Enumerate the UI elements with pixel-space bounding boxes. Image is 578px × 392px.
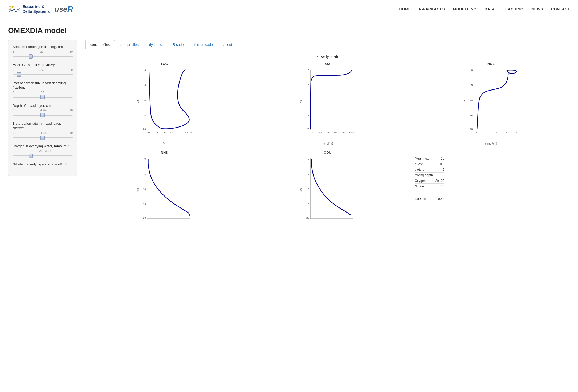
sidebar: Sediment depth (for plotting), cm 5 20 5…: [8, 40, 77, 176]
slider-val-carbon: 9.999: [38, 68, 44, 71]
chart-toc-xlabel: %: [163, 142, 166, 145]
slider-knob-bioturb[interactable]: [40, 136, 45, 140]
slider-carbon-flux[interactable]: [13, 72, 73, 77]
control-label-mixed-layer: Depth of mixed layer, cm:: [13, 104, 73, 108]
logo-icon: NIOZ: [8, 3, 21, 15]
info-row-nitrate: Nitrate 30: [415, 184, 445, 189]
svg-text:0: 0: [144, 68, 146, 71]
svg-text:150: 150: [334, 131, 338, 134]
charts-row1: TOC 0 5 10 15 20 cm 0.6 0.8 1.0: [85, 62, 570, 145]
tab-rate-profiles[interactable]: rate profiles: [115, 40, 144, 49]
control-label-bioturbation: Bioturbation rate in mixed layer, cm2/yr…: [13, 121, 73, 130]
chart-odu-title: ODU: [324, 150, 332, 154]
slider-max-carbon: 100: [68, 68, 73, 71]
nav-contact[interactable]: CONTACT: [551, 7, 570, 11]
slider-min-oxygen: 0.01: [13, 150, 18, 153]
page-title: OMEXDIA model: [8, 26, 570, 35]
slider-val-oxygen: 299.51168: [39, 150, 51, 153]
svg-text:20: 20: [470, 128, 473, 130]
slider-knob-oxygen[interactable]: [29, 154, 33, 158]
slider-oxygen[interactable]: [13, 153, 73, 158]
info-value-nitrate: 30: [435, 184, 445, 189]
svg-text:cm: cm: [299, 188, 302, 192]
svg-text:0: 0: [144, 157, 146, 160]
svg-text:15: 15: [143, 203, 146, 206]
info-label-meanflux: MeanFlux: [415, 156, 435, 161]
chart-section-title: Steady-state: [85, 54, 570, 59]
svg-text:10: 10: [306, 99, 309, 102]
partoxic-section: partOxic 0.53: [415, 195, 445, 201]
svg-text:5: 5: [144, 84, 146, 87]
tab-r-code[interactable]: R code: [168, 40, 189, 49]
svg-text:5: 5: [471, 84, 473, 87]
svg-text:200: 200: [341, 131, 345, 134]
svg-text:cm: cm: [463, 100, 466, 103]
slider-carbon-fraction[interactable]: [13, 95, 73, 100]
chart-odu: ODU 0 5 10 15 20 cm: [249, 150, 406, 230]
slider-mixed-layer[interactable]: [13, 112, 73, 118]
slider-val-mixed: 4.995: [40, 109, 47, 112]
nav-data[interactable]: DATA: [485, 7, 495, 11]
svg-text:50: 50: [319, 131, 322, 134]
info-label-nitrate: Nitrate: [415, 184, 435, 189]
info-value-oxygen: 3e+02: [435, 178, 445, 184]
slider-bioturbation[interactable]: [13, 135, 73, 140]
nav-news[interactable]: NEWS: [531, 7, 543, 11]
slider-min-carbon: 0: [13, 68, 14, 71]
chart-o2-svg: 0 5 10 15 20 cm 0 50 100 150 200 250 300: [249, 67, 406, 141]
slider-min-sediment: 5: [13, 50, 14, 53]
control-bioturbation: Bioturbation rate in mixed layer, cm2/yr…: [13, 121, 73, 140]
svg-text:cm: cm: [136, 100, 139, 103]
logo-text: Estuarine & Delta Systems: [22, 4, 50, 14]
charts-row2: NH3 0 5 10 15 20 cm ODU: [85, 150, 570, 230]
slider-knob-mixed[interactable]: [40, 113, 45, 117]
slider-knob-fraction[interactable]: [40, 95, 45, 99]
chart-odu-svg: 0 5 10 15 20 cm: [249, 156, 406, 230]
chart-nh3-svg: 0 5 10 15 20 cm: [85, 156, 243, 230]
info-table: MeanFlux 10 pFast 0.5 bioturb 5: [412, 153, 447, 203]
svg-text:1.0: 1.0: [162, 131, 166, 134]
svg-text:20: 20: [143, 216, 146, 219]
nav-home[interactable]: HOME: [399, 7, 411, 11]
tab-about[interactable]: about: [218, 40, 237, 49]
info-panel: MeanFlux 10 pFast 0.5 bioturb 5: [412, 150, 570, 230]
info-row-pfast: pFast 0.5: [415, 161, 445, 167]
svg-text:20: 20: [143, 128, 146, 130]
tab-fortran-code[interactable]: fortran code: [189, 40, 218, 49]
slider-max-mixed: 10: [70, 109, 73, 112]
svg-text:1.8: 1.8: [189, 131, 192, 134]
slider-sediment-depth[interactable]: [13, 54, 73, 59]
tab-conc-profiles[interactable]: conc profiles: [85, 40, 115, 49]
nav-modelling[interactable]: MODELLING: [453, 7, 477, 11]
control-label-nitrate: Nitrate in overlying water, mmol/m3:: [13, 162, 73, 167]
nav-teaching[interactable]: TEACHING: [503, 7, 523, 11]
logo-r: useR!: [55, 5, 75, 14]
svg-text:0: 0: [476, 131, 477, 134]
logo-line1: Estuarine &: [22, 4, 50, 9]
svg-text:cm: cm: [299, 100, 302, 103]
svg-text:0: 0: [308, 157, 310, 160]
logo-area: NIOZ Estuarine & Delta Systems useR!: [8, 3, 75, 15]
svg-text:5: 5: [308, 84, 309, 87]
chart-toc-svg: 0 5 10 15 20 cm 0.6 0.8 1.0 1.2 1.4 1.6 …: [85, 67, 243, 141]
partoxic-label: partOxic: [415, 197, 427, 201]
info-row-bioturb: bioturb 5: [415, 167, 445, 173]
tabs: conc profiles rate profiles dynamic R co…: [85, 40, 570, 49]
svg-text:5: 5: [308, 172, 309, 175]
info-value-pfast: 0.5: [435, 161, 445, 167]
slider-knob-sediment[interactable]: [29, 54, 33, 59]
tab-dynamic[interactable]: dynamic: [144, 40, 167, 49]
slider-knob-carbon[interactable]: [17, 72, 21, 77]
control-label-carbon-flux: Mean Carbon flux, gC/m2/yr:: [13, 63, 73, 67]
slider-max-sediment: 50: [70, 50, 73, 53]
svg-text:10: 10: [306, 187, 309, 190]
chart-toc: TOC 0 5 10 15 20 cm 0.6 0.8 1.0: [85, 62, 243, 145]
svg-text:10: 10: [143, 99, 146, 102]
nav-rpackages[interactable]: R-PACKAGES: [419, 7, 445, 11]
chart-nh3-title: NH3: [161, 150, 168, 154]
svg-text:20: 20: [306, 216, 309, 219]
slider-min-bioturb: 0.01: [13, 132, 18, 134]
svg-text:5: 5: [144, 172, 146, 175]
main-layout: Sediment depth (for plotting), cm 5 20 5…: [0, 38, 578, 238]
info-value-bioturb: 5: [435, 167, 445, 173]
